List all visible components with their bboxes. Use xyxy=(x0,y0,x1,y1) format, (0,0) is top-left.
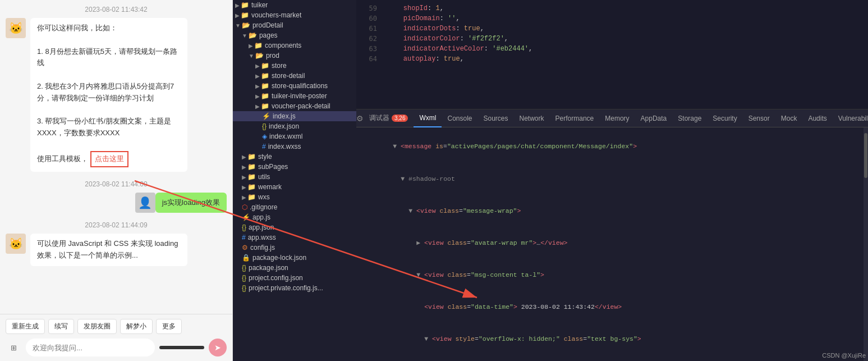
tab-memory[interactable]: Memory xyxy=(599,109,635,127)
tree-item-index-json[interactable]: {} index.json xyxy=(233,121,356,131)
tree-label: voucher-pack-detail xyxy=(272,102,330,110)
el-line-3[interactable]: ▼ <view class="message-wrap"> xyxy=(362,195,858,227)
tree-item-tuiker-invite[interactable]: ▶ 📁 tuiker-invite-poster xyxy=(233,91,356,101)
tree-item-package-lock[interactable]: 🔒 package-lock.json xyxy=(233,253,356,263)
chat-messages: 2023-08-02 11:43:42 🐱 你可以这样问我，比如： 1. 8月份… xyxy=(0,0,232,314)
tree-label: utils xyxy=(258,173,270,181)
tree-item-project-private[interactable]: {} project.private.config.js... xyxy=(233,283,356,293)
regenerate-button[interactable]: 重新生成 xyxy=(6,319,45,334)
tree-item-vouchers[interactable]: ▶ 📁 vouchers-market xyxy=(233,10,356,20)
tree-label: index.wxml xyxy=(269,132,302,140)
tree-item-pages[interactable]: ▼ 📂 pages xyxy=(233,30,356,40)
tree-arrow: ▶ xyxy=(242,184,246,190)
tree-item-project-config[interactable]: {} project.config.json xyxy=(233,273,356,283)
tree-item-app-js[interactable]: ⚡ app.js xyxy=(233,212,356,222)
folder-icon: 📁 xyxy=(247,183,256,191)
json-file-icon: {} xyxy=(242,284,246,292)
el-line-7[interactable]: ▼ <view style="overflow-x: hidden;" clas… xyxy=(362,323,858,355)
devtools-settings-icon[interactable]: ⚙ xyxy=(356,109,364,127)
line-num-63: 63 xyxy=(356,44,377,54)
tab-appdata-label: AppData xyxy=(641,115,667,122)
tree-item-wemark[interactable]: ▶ 📁 wemark xyxy=(233,182,356,192)
tree-item-components[interactable]: ▶ 📁 components xyxy=(233,40,356,51)
tree-item-index-js[interactable]: ⚡ index.js xyxy=(233,111,356,121)
tree-item-app-json[interactable]: {} app.json xyxy=(233,222,356,232)
tree-label: package-lock.json xyxy=(252,254,306,262)
avatar-bot-1: 🐱 xyxy=(6,18,26,38)
tab-sensor-label: Sensor xyxy=(748,115,770,122)
tree-arrow: ▶ xyxy=(255,73,260,79)
el-line-5[interactable]: ▼ <view class="msg-content ta-l"> xyxy=(362,259,858,291)
tab-vulnerability-label: Vulnerability xyxy=(838,115,868,122)
js-file-icon: ⚡ xyxy=(242,213,250,221)
tab-console[interactable]: Console xyxy=(442,109,477,127)
folder-open-icon: 📂 xyxy=(255,52,264,60)
tab-performance[interactable]: Performance xyxy=(550,109,600,127)
code-line-62: indicatorColor: '#f2f2f2', xyxy=(387,34,862,44)
tab-security[interactable]: Security xyxy=(707,109,742,127)
tab-storage[interactable]: Storage xyxy=(672,109,707,127)
el-line-8[interactable]: ▼ <wemark is="wemark/wemark"> xyxy=(362,355,858,361)
tree-item-app-wxss[interactable]: # app.wxss xyxy=(233,232,356,243)
tab-mock[interactable]: Mock xyxy=(775,109,803,127)
el-line-2[interactable]: ▼ #shadow-root xyxy=(362,163,858,195)
code-line-64: autoplay: true, xyxy=(387,54,862,64)
scrollbar[interactable] xyxy=(864,127,868,361)
tab-vulnerability[interactable]: Vulnerability xyxy=(833,109,868,127)
line-numbers: 59 60 61 62 63 64 xyxy=(356,0,382,109)
tree-item-style[interactable]: ▶ 📁 style xyxy=(233,152,356,162)
tree-item-store-detail[interactable]: ▶ 📁 store-detail xyxy=(233,71,356,81)
el-val: "activePages/pages/chat/component/Messag… xyxy=(447,143,633,150)
tree-arrow: ▼ xyxy=(249,53,254,59)
tree-item-config[interactable]: ⚙ config.js xyxy=(233,243,356,253)
tree-label: style xyxy=(258,153,272,161)
share-button[interactable]: 发朋友圈 xyxy=(77,319,117,334)
watermark: CSDN @XujiRe xyxy=(822,352,866,359)
tree-item-prod[interactable]: ▼ 📂 prod xyxy=(233,51,356,61)
line-num-60: 60 xyxy=(356,13,377,24)
tree-item-store[interactable]: ▶ 📁 store xyxy=(233,61,356,71)
tree-item-store-qual[interactable]: ▶ 📁 store-qualifications xyxy=(233,81,356,91)
tab-debugger[interactable]: 调试器 3,26 xyxy=(364,109,414,127)
voice-bar xyxy=(159,346,204,349)
tree-arrow: ▶ xyxy=(242,164,246,170)
tab-appdata[interactable]: AppData xyxy=(635,109,673,127)
tree-item-wxs[interactable]: ▶ 📁 wxs xyxy=(233,192,356,202)
code-line-59: shopId: 1, xyxy=(387,3,862,13)
tree-item-proddetail[interactable]: ▼ 📂 prodDetail xyxy=(233,20,356,30)
more-button[interactable]: 更多 xyxy=(156,319,182,334)
continue-button[interactable]: 续写 xyxy=(48,319,74,334)
tree-item-voucher-pack[interactable]: ▶ 📁 voucher-pack-detail xyxy=(233,101,356,111)
tab-sources[interactable]: Sources xyxy=(478,109,514,127)
send-button[interactable]: ➤ xyxy=(209,339,227,357)
tree-arrow: ▼ xyxy=(235,22,241,29)
scrollbar-thumb[interactable] xyxy=(864,133,867,178)
el-line-1[interactable]: ▼ <message is="activePages/pages/chat/co… xyxy=(362,131,858,163)
tree-label: store xyxy=(272,62,287,70)
tree-item-index-wxml[interactable]: ◈ index.wxml xyxy=(233,131,356,141)
message-group-1: 2023-08-02 11:43:42 🐱 你可以这样问我，比如： 1. 8月份… xyxy=(6,6,227,172)
tree-item-tuiker[interactable]: ▶ 📁 tuiker xyxy=(233,0,356,10)
chat-input[interactable] xyxy=(26,339,155,357)
message-time-1: 2023-08-02 11:43:42 xyxy=(6,6,227,13)
tab-wxml[interactable]: Wxml xyxy=(414,109,442,127)
tab-sensor[interactable]: Sensor xyxy=(743,109,775,127)
tree-label: vouchers-market xyxy=(251,11,301,19)
folder-icon: 📁 xyxy=(247,163,256,171)
grid-icon[interactable]: ⊞ xyxy=(6,340,21,355)
tree-item-index-wxss[interactable]: # index.wxss xyxy=(233,141,356,152)
tree-item-package-json[interactable]: {} package.json xyxy=(233,263,356,273)
tab-network[interactable]: Network xyxy=(514,109,550,127)
el-line-4[interactable]: ▶ <view class="avatar-wrap mr">…</view> xyxy=(362,227,858,259)
json-file-icon: {} xyxy=(242,223,246,231)
wxss-file-icon: # xyxy=(262,143,266,150)
devtools-panel: 59 60 61 62 63 64 shopId: 1, picDomain: … xyxy=(356,0,868,361)
dream-button[interactable]: 解梦小 xyxy=(120,319,153,334)
link-text[interactable]: 点击这里 xyxy=(90,151,128,167)
tree-item-utils[interactable]: ▶ 📁 utils xyxy=(233,172,356,182)
el-line-6[interactable]: <view class="data-time"> 2023-08-02 11:4… xyxy=(362,291,858,323)
tab-audits[interactable]: Audits xyxy=(802,109,832,127)
tab-network-label: Network xyxy=(520,115,544,122)
tree-item-gitignore[interactable]: ⬡ .gitignore xyxy=(233,202,356,212)
tree-item-subpages[interactable]: ▶ 📁 subPages xyxy=(233,162,356,172)
